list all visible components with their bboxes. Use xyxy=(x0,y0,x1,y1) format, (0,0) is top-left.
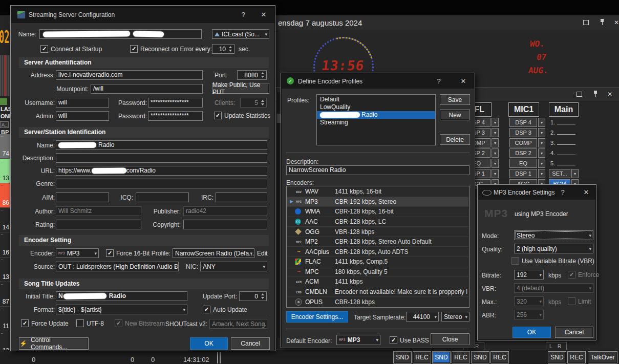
mountpoint-input[interactable]: /will xyxy=(91,84,203,94)
pfl-comp-arrow[interactable] xyxy=(492,138,499,147)
mic1-eq-arrow[interactable] xyxy=(538,159,545,168)
encoder-row[interactable]: WAVWAV1411 kbps, 16-bit xyxy=(287,187,468,197)
close-icon[interactable]: ✕ xyxy=(606,91,614,98)
encoder-row[interactable]: ACMACM1411 kbps xyxy=(287,277,468,287)
snd-button[interactable]: SND xyxy=(393,351,412,363)
mic1-dsp3[interactable]: DSP 3 xyxy=(509,128,537,137)
utf8-checkbox[interactable]: UTF-8 xyxy=(76,319,104,327)
playlist-row[interactable]: ··13 xyxy=(0,258,10,282)
pin-icon[interactable] xyxy=(598,18,606,26)
author-input[interactable]: Will Schmitz xyxy=(56,206,141,216)
spinner-arrows[interactable] xyxy=(260,71,265,79)
encoder-row-selected[interactable]: ▶MP3MP3CBR-192 kbps, Stereo xyxy=(287,197,468,207)
close-button[interactable]: Close xyxy=(431,333,469,345)
delete-button[interactable]: Delete xyxy=(440,134,470,145)
publisher-input[interactable]: radio42 xyxy=(183,206,267,216)
port-spinner[interactable]: 8080 xyxy=(237,70,267,80)
new-button[interactable]: New xyxy=(440,110,470,120)
left-strip-button[interactable]: A... xyxy=(0,121,9,128)
irc-input[interactable] xyxy=(216,192,267,202)
profile-item-selected[interactable]: Radio xyxy=(317,111,435,119)
mode-dropdown[interactable]: Stereo xyxy=(514,230,593,240)
pfl-dsp2-arrow[interactable] xyxy=(492,148,499,158)
talkover-button[interactable]: TalkOver xyxy=(588,351,617,363)
server-type-dropdown[interactable]: ICEcast (So... xyxy=(212,29,269,39)
ok-button[interactable]: OK xyxy=(190,337,228,350)
icq-input[interactable] xyxy=(136,192,189,202)
channels-dropdown[interactable]: Stereo xyxy=(441,312,469,322)
main-slot-3[interactable]: 3. xyxy=(550,139,575,146)
snd-button[interactable]: SND xyxy=(471,351,489,363)
copyright-input[interactable] xyxy=(183,220,267,229)
close-icon[interactable]: ✕ xyxy=(259,11,268,18)
profile-item[interactable]: LowQuality xyxy=(317,103,435,111)
pfl-dsp1-arrow[interactable] xyxy=(492,169,499,178)
snd-button-active[interactable]: SND xyxy=(432,351,451,363)
use-vbr-checkbox[interactable]: Use Variable Bitrate (VBR) xyxy=(511,257,594,265)
cancel-button[interactable]: Cancel xyxy=(555,327,593,338)
help-icon[interactable]: ? xyxy=(558,188,567,196)
mic1-dsp1[interactable]: DSP 1 xyxy=(509,169,537,178)
encoder-row[interactable]: ~MPC180 kbps, Quality 5 xyxy=(287,267,468,277)
playlist-row[interactable]: ··86 xyxy=(0,183,10,208)
update-statistics-checkbox[interactable]: Update Statistics xyxy=(214,112,270,119)
edit-profile-link[interactable]: Edit xyxy=(257,250,268,257)
mic1-dsp4[interactable]: DSP 4 xyxy=(509,118,537,127)
playlist-row[interactable]: ··87 xyxy=(0,282,10,307)
pfl-eq-arrow[interactable] xyxy=(492,159,499,168)
snd-button[interactable]: SND xyxy=(548,351,566,363)
help-icon[interactable]: ? xyxy=(434,77,443,85)
auto-update-checkbox[interactable]: Auto Update xyxy=(203,306,247,313)
main-set-button[interactable]: SET... xyxy=(549,169,570,178)
rec-button[interactable]: REC xyxy=(452,351,470,363)
ok-button[interactable]: OK xyxy=(513,327,551,338)
encoder-row[interactable]: OGGVBR-128 kbps xyxy=(287,227,468,237)
username-input[interactable]: will xyxy=(56,98,109,108)
profile-item[interactable]: Streaming xyxy=(317,119,435,126)
description-input[interactable] xyxy=(56,153,267,163)
mic1-eq[interactable]: EQ xyxy=(509,159,537,168)
update-port-spinner[interactable]: 0 xyxy=(239,291,267,301)
initial-title-input[interactable]: NRadio xyxy=(56,291,187,301)
url-input[interactable]: https://www.com/Radio xyxy=(56,166,267,176)
nic-dropdown[interactable]: ANY xyxy=(200,262,267,271)
pin-icon[interactable] xyxy=(591,90,600,97)
playlist-row[interactable]: ··74 xyxy=(0,134,10,159)
genre-input[interactable] xyxy=(56,179,267,188)
mic1-dsp3-arrow[interactable] xyxy=(538,128,545,137)
connect-at-startup-checkbox[interactable]: Connect at Startup xyxy=(40,45,102,53)
encoder-row[interactable]: fFLAC1411 kbps, Comp.5 xyxy=(287,257,468,267)
maximize-icon[interactable] xyxy=(582,19,590,26)
save-button[interactable]: Save xyxy=(440,94,470,105)
main-slot-2[interactable]: 2. xyxy=(550,129,575,136)
bitrate-dropdown[interactable]: 192 xyxy=(514,270,544,280)
use-bass-checkbox[interactable]: Use BASS xyxy=(390,336,429,344)
profile-item[interactable]: Default xyxy=(317,96,435,103)
encoder-row[interactable]: MP2MP2CBR-128 kbps, Stereo Auto Default xyxy=(287,237,468,247)
main-slot-5[interactable]: 5. xyxy=(550,160,575,167)
password-input[interactable]: **************** xyxy=(148,98,203,108)
make-public-button[interactable]: Make Public, Use PUT xyxy=(212,83,269,94)
rec-button[interactable]: REC xyxy=(567,351,586,363)
close-icon[interactable]: ✕ xyxy=(582,188,591,196)
rating-input[interactable] xyxy=(56,220,141,229)
encoder-row[interactable]: oOPUSCBR-128 kbps xyxy=(287,297,468,307)
help-icon[interactable]: ? xyxy=(239,11,248,18)
playlist-row[interactable]: ··14 xyxy=(0,208,10,232)
close-icon[interactable]: ✕ xyxy=(612,19,619,26)
rec-button[interactable]: REC xyxy=(413,351,431,363)
force-16bit-checkbox[interactable]: Force 16-Bit xyxy=(106,249,150,257)
force-update-checkbox[interactable]: Force Update xyxy=(21,319,69,327)
reconnect-interval-spinner[interactable]: 10 xyxy=(212,44,234,54)
encoder-row[interactable]: WMACBR-128 kbps, 16-bit xyxy=(287,207,468,217)
control-commands-button[interactable]: ⚡Control Commands... xyxy=(19,337,89,350)
spinner-arrows[interactable] xyxy=(228,45,233,53)
encoder-dropdown[interactable]: MP3MP3 xyxy=(56,248,99,258)
quality-dropdown[interactable]: 2 (high quality) xyxy=(514,244,593,253)
admin-input[interactable]: will xyxy=(56,111,109,121)
station-name-input[interactable]: Radio xyxy=(56,140,267,150)
samplerate-dropdown[interactable]: 44100 xyxy=(406,312,439,322)
mic1-comp-arrow[interactable] xyxy=(538,138,545,147)
mic1-dsp1-arrow[interactable] xyxy=(538,169,545,178)
main-slot-1[interactable]: 1. xyxy=(550,119,575,126)
